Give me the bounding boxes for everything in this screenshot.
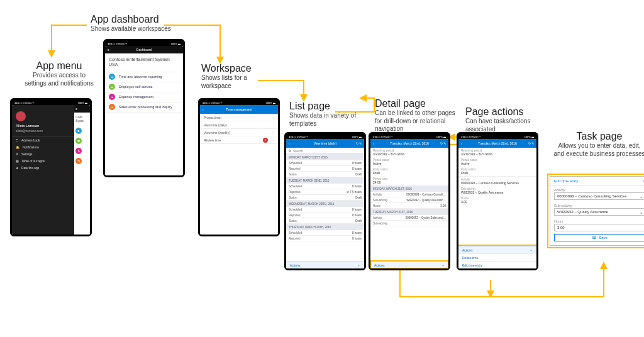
workspace-row[interactable]: View time (weekly)›	[200, 129, 278, 136]
list-cell[interactable]: Reported8 hours	[286, 236, 364, 241]
label-workspace: Workspace Shows lists for a workspace	[201, 63, 258, 90]
text-input[interactable]: 3.00	[554, 224, 644, 231]
actions-bar[interactable]: Actions＋	[458, 246, 536, 253]
task-page-highlight: Edit time entry ✕ Activity00000093 – Con…	[547, 174, 644, 248]
workspace-tile[interactable]: ●Sales order processing and inquiry	[105, 102, 183, 113]
field-value: 3/21/2016 – 3/27/2016	[370, 152, 448, 157]
action-item[interactable]: Delete time	[458, 253, 536, 261]
label-task: Task page Allows you to enter data, edit…	[552, 131, 644, 158]
menu-item[interactable]: ▦More of our apps	[12, 158, 74, 165]
plus-icon: ＋	[357, 263, 360, 267]
label-desc: Can be linked to other pages for drill-d…	[375, 109, 457, 133]
header-title: Tuesday, March 22nd, 2016	[390, 141, 429, 145]
group-header: MONDAY, MARCH 21ST, 2016	[286, 154, 364, 160]
header: ‹Tuesday, March 22nd, 2016↻ ✎	[370, 139, 448, 148]
label-desc: Shows available workspaces	[91, 25, 171, 33]
tile-icon: ●	[109, 94, 115, 100]
label-title: Page actions	[465, 106, 547, 118]
search-bar[interactable]: Search	[286, 148, 364, 154]
field-label: Reporting period	[458, 148, 536, 152]
back-icon[interactable]: ‹	[373, 141, 374, 145]
workspace-tile[interactable]: ●Employee self service	[105, 82, 183, 92]
label-title: Task page	[552, 131, 644, 142]
save-button[interactable]: 🖫 Save	[554, 234, 644, 241]
back-icon[interactable]: ‹	[289, 141, 290, 145]
field-value: W022932 – Quality Assurance	[458, 191, 536, 196]
label-title: App menu	[21, 60, 97, 72]
phone-detail-page: ●●●○○ InVision ⇢100% ▬ ‹Tuesday, March 2…	[369, 132, 450, 270]
workspace-tile[interactable]: ●Time and absence reporting	[105, 72, 183, 82]
field-value: Draft	[370, 171, 448, 176]
menu-icon: ▦	[16, 160, 19, 163]
list-cell[interactable]: StatusDraft	[286, 172, 364, 177]
hamburger-icon[interactable]: ≡	[108, 48, 109, 52]
menu-item[interactable]: ★Rate this app	[12, 165, 74, 172]
task-header: Edit time entry ✕	[550, 177, 644, 185]
group-header: TUESDAY, MARCH 22ND, 2016	[286, 177, 364, 184]
label-title: App dashboard	[91, 14, 171, 25]
select-input[interactable]: W022932 – Quality Assurance⌄	[554, 208, 644, 216]
field-label: Entry status	[370, 167, 448, 171]
header-title: View time (daily)	[314, 141, 337, 145]
actions-bar[interactable]: Actions＋	[370, 261, 448, 268]
menu-item[interactable]: ☷Address book	[12, 137, 74, 144]
menu-item[interactable]: 🔔Notifications	[12, 144, 74, 151]
action-item[interactable]: Edit time entry	[458, 261, 536, 268]
list-cell[interactable]: StatusDraft	[286, 218, 364, 224]
header-icons[interactable]: ↻ ✎	[440, 141, 446, 145]
field-value: 00000093 – Contoso Consulting Services	[458, 181, 536, 186]
label-dashboard: App dashboard Shows available workspaces	[91, 14, 171, 33]
back-icon[interactable]: ‹	[203, 108, 204, 111]
phone-workspace: ●●●○○ InVision ⇢100% ▬ ‹Time management …	[198, 98, 280, 236]
group-header: TUESDAY, MARCH 21ST, 2016	[370, 209, 448, 215]
list-cell[interactable]: Scheduled8 hours	[286, 207, 364, 213]
header: ‹Time management	[200, 105, 278, 114]
header: ‹Tuesday, March 22nd, 2016↻ ✎	[458, 139, 536, 148]
select-input[interactable]: 00000093 – Contoso Consulting Services⌄	[554, 192, 644, 200]
field-label: Hours	[458, 196, 536, 200]
list-cell[interactable]: Reported8 hours	[286, 213, 364, 218]
detail-cell[interactable]: Activity00000093 – Cycles Sales and…	[370, 215, 448, 221]
field-value: 3.00	[458, 200, 536, 205]
list-cell[interactable]: StatusDraft	[286, 195, 364, 201]
plus-icon: ＋	[530, 248, 533, 252]
header-title: Dashboard	[136, 48, 152, 52]
label-title: Detail page	[375, 98, 457, 109]
field-label: Sub-activity	[550, 201, 644, 208]
list-cell[interactable]: Reported⊘ 7.5 hours	[286, 189, 364, 195]
phone-page-actions: ●●●○○ InVision ⇢100% ▬ ‹Tuesday, March 2…	[457, 132, 538, 270]
field-value: Draft	[458, 171, 536, 176]
workspace-row[interactable]: View time (daily)›	[200, 121, 278, 129]
side-menu: Alicia Larsson alicia@contoso.com ☷Addre…	[12, 105, 74, 235]
field-label: Period status	[370, 157, 448, 162]
back-icon[interactable]: ‹	[461, 141, 462, 145]
detail-cell[interactable]: Activity00000093 – Contoso Consult…	[370, 192, 448, 197]
tile-icon: ●	[109, 74, 115, 80]
detail-cell[interactable]: Sub-activityW022932 – Quality Assuranc…	[370, 197, 448, 203]
list-cell[interactable]: Reported8 hours	[286, 166, 364, 172]
field-value: Active	[458, 162, 536, 167]
workspace-row[interactable]: Review time1›	[200, 136, 278, 144]
tile-icon: ●	[109, 84, 115, 90]
workspace-tile[interactable]: ●Expense management	[105, 92, 183, 102]
list-cell[interactable]: Scheduled8 hours	[286, 184, 364, 189]
field-value: Active	[370, 162, 448, 167]
detail-cell[interactable]: Sub-activity	[370, 221, 448, 226]
user-name: Alicia Larsson	[12, 124, 74, 130]
peek-dashboard: ≡ ContSyste ⧗ ✿ $ ↻	[74, 105, 90, 235]
list-cell[interactable]: Scheduled8 hours	[286, 160, 364, 166]
task-page: Edit time entry ✕ Activity00000093 – Con…	[550, 176, 644, 246]
menu-item[interactable]: ⚙Settings	[12, 151, 74, 158]
list-cell[interactable]: Scheduled8 hours	[286, 230, 364, 236]
phone-dashboard: ●●●○○ InVision ⇢100% ▬ ≡Dashboard Contos…	[103, 39, 185, 177]
field-label: Reporting period	[370, 148, 448, 152]
header-icons[interactable]: ↻ ✎	[528, 141, 534, 145]
header-icons[interactable]: ↻ ✎	[356, 141, 362, 145]
label-desc: Shows lists for a workspace	[201, 74, 258, 90]
detail-cell[interactable]: Hours3.00	[370, 203, 448, 209]
workspace-row[interactable]: Project timer›	[200, 114, 278, 121]
actions-bar[interactable]: Actions＋	[286, 261, 364, 268]
user-mail: alicia@contoso.com	[12, 130, 74, 137]
search-placeholder: Search	[293, 149, 303, 153]
header-title: Time management	[226, 108, 252, 111]
